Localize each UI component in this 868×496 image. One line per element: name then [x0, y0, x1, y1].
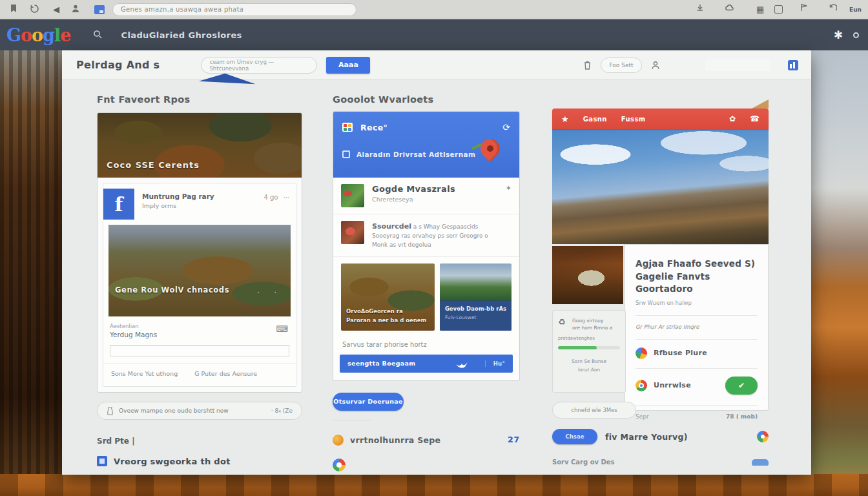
wallet-blue-header: Rece° ⟳ Alaradın Drivrsat Adtlsernam	[333, 112, 519, 178]
orange-dot-icon	[333, 435, 344, 446]
undo-icon[interactable]	[829, 4, 841, 16]
post-meta: Muntrung Pag rary Imply orms	[142, 189, 214, 209]
trash-icon[interactable]	[583, 61, 592, 70]
mountain-photo[interactable]	[552, 129, 769, 244]
post-action-links: Sons More Yet uthong G Puter des Aensure	[103, 363, 296, 386]
asterisk-icon[interactable]: ✱	[834, 28, 843, 41]
chart-icon[interactable]	[788, 60, 798, 70]
refresh-icon[interactable]: ⟳	[502, 122, 510, 132]
post-photo-caption: Gene Rou WolV chnacods	[115, 285, 229, 294]
more-icon[interactable]: ···	[283, 194, 289, 201]
google-logo: Google	[6, 25, 70, 45]
logo-letter: l	[54, 25, 60, 45]
wallpaper-right-canyon	[810, 0, 868, 496]
side-note1: Sorn Se Bonse	[572, 358, 606, 364]
detail-row-photos[interactable]: Rfbuse Plure	[636, 339, 758, 359]
account-circle-icon[interactable]	[853, 32, 859, 38]
facebook-icon[interactable]: f	[103, 189, 134, 220]
menu-item-1[interactable]: Gasnn	[583, 116, 607, 123]
star-icon[interactable]: ★	[561, 114, 569, 124]
form-small-label: Aestenlian	[110, 323, 289, 329]
download-icon[interactable]	[696, 4, 708, 16]
address-bar[interactable]: Genes amazn,a usawqa awea phata	[112, 3, 356, 16]
profile-icon[interactable]	[651, 61, 660, 70]
paragraph-lead: Ssourcdel	[372, 222, 411, 231]
side-note2: lorut Aon	[578, 367, 600, 373]
chrome-icon	[636, 380, 647, 391]
item-title: Gogde Mvaszrals	[372, 184, 455, 194]
item-text: Gogde Mvaszrals Chrereteseya	[372, 184, 455, 203]
comment-input[interactable]	[110, 345, 289, 356]
menu-item-2[interactable]: Fussm	[621, 116, 646, 123]
primary-pill-button[interactable]: Otsurvar Doerunae	[333, 393, 404, 411]
detail-title-line1: Agjaa Fhaafo Seeved S)	[636, 258, 755, 269]
google-photos-icon[interactable]	[333, 459, 346, 471]
item-thumbnail	[341, 221, 364, 244]
flag-icon[interactable]	[800, 4, 812, 16]
post-photo[interactable]: Gene Rou WolV chnacods · ·	[108, 225, 291, 316]
suggestion-row[interactable]: Vreorg swgeorka th dot	[97, 456, 302, 466]
bottom-note-row: Sorv Carg ov Des	[552, 459, 769, 466]
column2-heading: Gooolot Wvarloets	[333, 94, 520, 105]
hero-caption: Coco SSE Cerents	[107, 160, 200, 170]
like-link[interactable]: Sons More Yet uthong	[111, 370, 178, 377]
image-icon	[97, 456, 107, 466]
service-text: vrrtnolhunrra Sepe	[350, 435, 440, 445]
thumbnail-left[interactable]: OrvoAoGeorcen ra Paroran a ner ba d oene…	[341, 264, 435, 331]
logo-letter: o	[21, 25, 32, 45]
apps-menu-icon[interactable]	[94, 30, 104, 39]
page-favicon	[94, 5, 105, 14]
column-wallets: Gooolot Wvarloets Rece° ⟳ Alaradın Drivr…	[333, 94, 520, 471]
list-item[interactable]: Ssourcdel a s Whay Gespaascids Sooeyrag …	[333, 214, 519, 257]
side-card-header: ♻ Goog virtouy ore hom Rmno a	[558, 317, 620, 332]
form-label: Yerdug Magns	[110, 331, 289, 338]
add-button[interactable]: Aaaa	[326, 57, 370, 74]
wallet-subtitle: Alaradın Drivrsat Adtlsernam	[356, 150, 475, 158]
phone-icon[interactable]: ☎	[750, 114, 760, 123]
thumbnail-right[interactable]: Gevob Daom-bb rAs Fulv-Louswet	[440, 264, 512, 331]
empty-field[interactable]	[705, 59, 770, 71]
post-subtitle: Imply orms	[142, 202, 214, 209]
person-icon[interactable]	[71, 4, 83, 16]
service-row[interactable]: vrrtnolhunrra Sepe 27	[333, 435, 520, 446]
keyboard-icon[interactable]: ⌨	[276, 324, 288, 334]
extensions-grid-icon[interactable]: ▦	[754, 4, 766, 16]
side-note: Sorn Se Bonse lorut Aon	[558, 357, 620, 375]
blue-action-bar[interactable]: seengtta Boegaam Hu°	[340, 355, 513, 373]
logo-letter: o	[32, 25, 43, 45]
detail-row-install[interactable]: Unrrwlse ✔	[636, 368, 758, 395]
run-label[interactable]: Eun	[849, 6, 862, 13]
side-line2: ore hom Rmno a	[572, 325, 612, 331]
settings-pill-button[interactable]: Foo Sett	[601, 57, 642, 73]
interior-photo[interactable]	[552, 246, 623, 304]
back-icon[interactable]: ◀	[50, 4, 62, 16]
history-icon[interactable]	[30, 4, 41, 16]
detail-link[interactable]: Gr Phur Ar strlae Imqre	[636, 324, 758, 330]
cloud-icon[interactable]	[725, 4, 737, 16]
share-link[interactable]: G Puter des Aensure	[194, 370, 257, 377]
wallpaper-left-cliff	[0, 0, 63, 496]
thumbnail-left-caption: OrvoAoGeorcen ra Paroran a ner ba d oene…	[346, 307, 426, 326]
list-item[interactable]: Gogde Mvaszrals Chrereteseya ✦	[333, 178, 519, 214]
wallpaper-bottom-strip	[0, 474, 868, 496]
page-title: Pelrdag And s	[76, 59, 160, 71]
appbar-title: CladuGlaried Ghroslores	[121, 30, 242, 40]
footer-right: 78 ( mob)	[726, 413, 758, 420]
hero-photo[interactable]: Coco SSE Cerents	[98, 113, 302, 178]
side-pill-button[interactable]: chnefd wle 3Mes	[552, 402, 636, 418]
search-input[interactable]: ceam om Umev cryg — Shtcunevvana	[201, 57, 317, 74]
confirm-green-button[interactable]: ✔	[725, 377, 758, 395]
divider	[636, 315, 758, 316]
detail-subtitle: Srw Wuem en halwp	[636, 300, 758, 306]
flower-icon[interactable]: ✿	[729, 114, 736, 123]
red-menu-bar: ★ Gasnn Fussm ✿ ☎	[552, 108, 769, 129]
pill-meta: · 8₄ (Ze	[271, 408, 293, 414]
device-icon[interactable]	[774, 5, 783, 14]
bottom-action-row: Chsae fiv Marre Yourvg)	[552, 429, 769, 444]
choose-button[interactable]: Chsae	[552, 429, 597, 444]
progress-bar	[558, 346, 620, 349]
search-history-pill[interactable]: Oveew mampe one oude bershtt now · 8₄ (Z…	[97, 402, 302, 420]
detail-footer: Sepr 78 ( mob)	[636, 405, 758, 420]
bird-icon[interactable]: ✦	[506, 184, 512, 192]
bookmark-icon[interactable]	[9, 4, 21, 16]
